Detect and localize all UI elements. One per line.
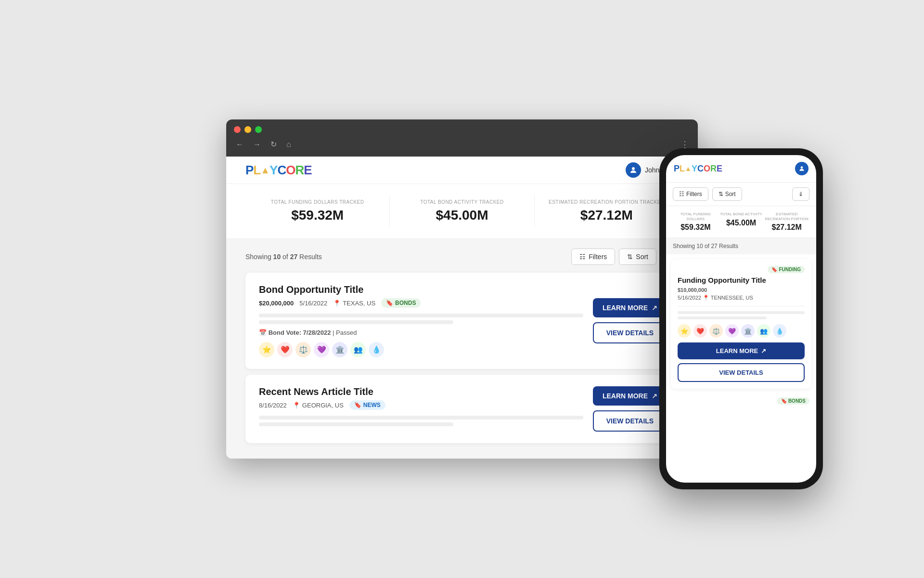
phone-stat-bond-value: $45.00M xyxy=(719,219,764,227)
stat-total-funding: TOTAL FUNDING DOLLARS TRACKED $59.32M xyxy=(245,196,390,227)
phone-desc-2 xyxy=(678,316,767,319)
phone-icon-5: 🏛️ xyxy=(741,324,755,338)
phone-icon-7: 💧 xyxy=(773,324,786,338)
phone-card-badge-funding: 🔖 FUNDING xyxy=(768,266,805,273)
phone-badge-text-funding: FUNDING xyxy=(779,267,801,272)
phone-stat-rec-label: ESTIMATED RECREATION PORTION xyxy=(764,212,809,221)
external-link-icon-news: ↗ xyxy=(652,392,657,400)
view-details-label: VIEW DETAILS xyxy=(606,329,654,337)
browser-window: ← → ↻ ⌂ ⋮ PL▲YCORE John Smith xyxy=(226,119,698,459)
external-link-icon: ↗ xyxy=(652,304,657,312)
phone-card-date-location: 5/16/2022 📍 TENNESSEE, US xyxy=(678,295,805,301)
traffic-light-green[interactable] xyxy=(255,126,262,133)
browser-nav: ← → ↻ ⌂ ⋮ xyxy=(234,139,690,150)
traffic-lights xyxy=(234,126,690,133)
card-badge-bond: 🔖 BONDS xyxy=(381,298,421,308)
phone-icon-4: 💜 xyxy=(725,324,739,338)
stat-total-funding-label: TOTAL FUNDING DOLLARS TRACKED xyxy=(255,199,380,205)
svg-point-0 xyxy=(632,167,635,170)
card-icons-bond: ⭐ ❤️ ⚖️ 💜 🏛️ 👥 💧 xyxy=(259,342,583,357)
phone-location-pin: 📍 xyxy=(703,295,711,301)
logo-letter-o: O xyxy=(286,163,295,178)
phone-external-link-icon: ↗ xyxy=(761,347,766,355)
phone-amount-value: $10,000,000 xyxy=(678,287,707,293)
phone-card-funding: 🔖 FUNDING Funding Opportunity Title $10,… xyxy=(671,259,811,389)
phone-view-details-label: VIEW DETAILS xyxy=(719,369,763,376)
phone-filters-button[interactable]: ☷ Filters xyxy=(673,187,708,201)
traffic-light-yellow[interactable] xyxy=(244,126,251,133)
card-location-news: 📍 GEORGIA, US xyxy=(293,402,344,409)
logo-letter-p: P xyxy=(245,163,253,178)
phone-card-title-funding: Funding Opportunity Title xyxy=(678,276,805,284)
results-section: Showing 10 of 27 Results ☷ Filters ⇅ xyxy=(226,239,698,459)
badge-icon: 🔖 xyxy=(386,300,393,306)
filter-icon: ☷ xyxy=(579,253,586,261)
learn-more-label: LEARN MORE xyxy=(603,304,648,312)
phone-stat-funding-value: $59.32M xyxy=(673,223,719,232)
phone-logo-l: L xyxy=(680,164,685,174)
phone-sort-button[interactable]: ⇅ Sort xyxy=(712,187,742,201)
results-count: Showing 10 of 27 Results xyxy=(245,253,322,261)
showing-count: 10 xyxy=(273,253,281,261)
card-bond-opportunity: Bond Opportunity Title $20,000,000 5/16/… xyxy=(245,273,679,369)
phone-stat-bond-label: TOTAL BOND ACTIVITY xyxy=(719,212,764,217)
showing-text: Showing xyxy=(245,253,271,261)
filters-label: Filters xyxy=(589,253,607,261)
phone-view-details-button[interactable]: VIEW DETAILS xyxy=(678,363,805,382)
phone-logo-e: E xyxy=(717,164,722,174)
stats-section: TOTAL FUNDING DOLLARS TRACKED $59.32M TO… xyxy=(226,184,698,239)
home-button[interactable]: ⌂ xyxy=(284,139,293,150)
app-content: PL▲YCORE John Smith TOTAL FUNDING DOLLAR… xyxy=(226,157,698,459)
filters-button[interactable]: ☷ Filters xyxy=(571,249,615,265)
phone-bottom-badge: 🔖 BONDS xyxy=(777,397,809,405)
phone-card-icons: ⭐ ❤️ ⚖️ 💜 🏛️ 👥 💧 xyxy=(678,324,805,338)
logo-caret: ▲ xyxy=(260,165,270,176)
stat-total-bond-value: $45.00M xyxy=(399,208,524,223)
card-date-news: 8/16/2022 xyxy=(259,402,287,409)
bond-vote-label: Bond Vote: 7/28/2022 xyxy=(269,329,331,336)
stat-total-funding-value: $59.32M xyxy=(255,208,380,223)
card-actions-bond: LEARN MORE ↗ VIEW DETAILS xyxy=(593,284,667,357)
phone-icon-1: ⭐ xyxy=(678,324,691,338)
phone-shell: PL▲YCORE ☷ Filters ⇅ Sort xyxy=(659,148,823,489)
bond-vote-status: Passed xyxy=(336,329,357,336)
results-toolbar: Showing 10 of 27 Results ☷ Filters ⇅ xyxy=(245,249,679,265)
reload-button[interactable]: ↻ xyxy=(269,139,279,150)
logo-letter-y: Y xyxy=(270,163,277,178)
phone-learn-more-button[interactable]: LEARN MORE ↗ xyxy=(678,342,805,359)
phone-user-icon[interactable] xyxy=(795,162,808,175)
phone-bottom-badge-text: BONDS xyxy=(788,398,806,404)
view-details-button-bond[interactable]: VIEW DETAILS xyxy=(593,322,667,343)
learn-more-label-news: LEARN MORE xyxy=(603,392,648,400)
sort-button[interactable]: ⇅ Sort xyxy=(619,249,656,265)
card-title-news: Recent News Article Title xyxy=(259,386,583,397)
logo-letter-e: E xyxy=(304,163,311,178)
desc-line-2 xyxy=(259,320,453,324)
logo-letter-c: C xyxy=(277,163,286,178)
phone-stat-bond: TOTAL BOND ACTIVITY $45.00M xyxy=(719,212,764,232)
phone-badge-icon-funding: 🔖 xyxy=(771,267,777,272)
learn-more-button-news[interactable]: LEARN MORE ↗ xyxy=(593,386,667,406)
of-text: of xyxy=(282,253,288,261)
results-text: Results xyxy=(299,253,322,261)
app-logo: PL▲YCORE xyxy=(245,163,312,178)
phone-card-location: TENNESSEE, US xyxy=(711,295,753,301)
phone-results-text: Showing 10 of 27 Results xyxy=(673,243,738,250)
phone-download-button[interactable]: ⇓ xyxy=(792,187,809,201)
back-button[interactable]: ← xyxy=(234,139,245,150)
icon-circle-2: ❤️ xyxy=(277,342,293,357)
icon-circle-5: 🏛️ xyxy=(332,342,347,357)
phone-filters-label: Filters xyxy=(686,191,702,197)
total-count: 27 xyxy=(290,253,298,261)
phone-icon-2: ❤️ xyxy=(693,324,707,338)
view-details-button-news[interactable]: VIEW DETAILS xyxy=(593,410,667,432)
stat-estimated-rec: ESTIMATED RECREATION PORTION TRACKED $27… xyxy=(535,196,679,227)
traffic-light-red[interactable] xyxy=(234,126,241,133)
phone-learn-more-label: LEARN MORE xyxy=(716,347,758,355)
card-meta-news: 8/16/2022 📍 GEORGIA, US 🔖 NEWS xyxy=(259,400,583,410)
learn-more-button-bond[interactable]: LEARN MORE ↗ xyxy=(593,298,667,317)
phone-logo: PL▲YCORE xyxy=(674,164,722,174)
calendar-icon: 📅 xyxy=(259,329,267,336)
forward-button[interactable]: → xyxy=(251,139,263,150)
bond-vote-separator: | xyxy=(333,329,336,336)
